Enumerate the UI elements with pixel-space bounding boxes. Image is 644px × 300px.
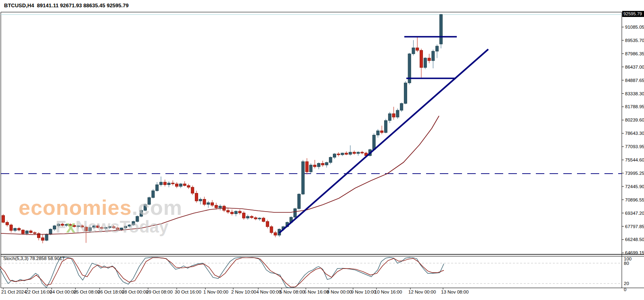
horizontal-level-lines[interactable]	[1, 15, 622, 174]
candle	[163, 180, 166, 187]
candle	[349, 145, 352, 155]
y-axis-label: 75544.60	[625, 157, 644, 162]
stoch-level-label: 80	[624, 261, 629, 266]
candle	[321, 161, 324, 167]
candle	[136, 216, 139, 222]
stochastic-panel[interactable]: 10080200	[0, 256, 631, 292]
candle	[250, 215, 253, 219]
drawn-objects-layer[interactable]	[279, 37, 488, 233]
candle	[211, 200, 214, 207]
candle	[424, 57, 427, 69]
stochastic-signal-line	[0, 258, 444, 287]
candle	[333, 153, 336, 159]
candle	[385, 119, 387, 133]
x-axis-label: 24 Oct 00:00	[50, 290, 76, 294]
candle	[404, 81, 407, 104]
candle	[191, 186, 194, 195]
candle	[179, 183, 182, 188]
candle	[388, 112, 391, 123]
chart-window: BTCUSD,H4 89141.11 92671.93 88635.45 925…	[0, 0, 644, 300]
candle	[45, 233, 48, 241]
candle	[10, 224, 13, 233]
y-axis-label: 84887.65	[625, 78, 644, 83]
candle	[345, 151, 348, 155]
x-axis-label: 13 Nov 08:00	[441, 290, 468, 294]
y-axis-label: 67797.85	[625, 224, 644, 229]
candle	[317, 162, 320, 169]
ascending-trendline[interactable]	[279, 49, 488, 233]
y-axis-label: 73995.25	[625, 171, 644, 176]
candle	[298, 193, 301, 210]
y-axis-label: 80239.60	[625, 117, 644, 122]
x-axis-label: 10 Nov 16:00	[374, 290, 402, 294]
candle	[152, 189, 155, 198]
candle	[392, 107, 395, 120]
candle	[439, 14, 442, 48]
x-axis-label: 9 Nov 10:00	[351, 290, 376, 294]
x-axis-label: 2 Nov 10:00	[231, 290, 256, 294]
x-axis-label: 22 Oct 16:00	[25, 290, 52, 294]
x-axis-label: 26 Oct 18:00	[98, 290, 124, 294]
candle	[100, 226, 103, 229]
y-axis-label: 83338.30	[625, 91, 644, 96]
candle	[262, 217, 265, 222]
candle	[337, 152, 340, 157]
x-axis-label: 5 Nov 08:00	[280, 290, 305, 294]
stoch-level-label: 0	[624, 287, 626, 292]
candle	[274, 231, 277, 237]
y-axis-label: 86437.00	[625, 65, 644, 69]
candle	[270, 225, 273, 234]
candle	[432, 50, 435, 69]
price-chart-canvas[interactable]: 10080200 91085.0589535.7087986.3586437.0…	[0, 0, 644, 300]
x-axis-label: 29 Oct 08:00	[146, 290, 173, 294]
candle	[396, 109, 399, 119]
candle	[41, 234, 44, 243]
candle	[246, 215, 249, 220]
candle	[176, 182, 178, 188]
candlesticks-layer	[2, 14, 443, 243]
candle	[89, 227, 92, 233]
current-price-box: 92595.79	[622, 11, 644, 17]
candle	[408, 53, 411, 84]
y-axis-label: 78643.30	[625, 131, 644, 136]
price-axis[interactable]: 91085.0589535.7087986.3586437.0084887.65…	[622, 25, 644, 255]
y-axis-label: 87986.35	[625, 51, 644, 56]
candle	[254, 216, 257, 220]
candle	[61, 223, 64, 227]
candle	[167, 181, 170, 187]
candle	[436, 44, 439, 58]
candle	[18, 227, 21, 231]
candle	[341, 153, 344, 156]
candle	[219, 204, 222, 210]
x-axis-label: 12 Nov 00:00	[408, 290, 436, 294]
candle	[243, 211, 245, 220]
stochastic-indicator-label: Stoch(5,3,3) 78.2858 58.9017	[3, 256, 65, 261]
x-axis-label: 1 Nov 00:00	[203, 290, 228, 294]
candle	[92, 225, 95, 229]
candle	[6, 220, 8, 227]
moving-average-line[interactable]	[1, 116, 439, 235]
candle	[2, 214, 5, 223]
candle	[314, 160, 316, 168]
y-axis-label: 89535.70	[625, 38, 644, 43]
candle	[144, 203, 146, 211]
candle	[37, 232, 40, 240]
y-axis-label: 72445.90	[625, 184, 644, 189]
y-axis-label: 64699.15	[625, 250, 644, 255]
candle	[124, 226, 127, 229]
x-axis-label: 4 Nov 00:00	[256, 290, 281, 294]
candle	[187, 184, 190, 189]
y-axis-label: 66248.50	[625, 237, 644, 242]
candle	[132, 220, 135, 226]
candle	[230, 210, 233, 216]
candle	[77, 225, 79, 228]
candle	[156, 182, 159, 191]
candle	[381, 126, 383, 134]
x-axis-label: 6 Nov 16:00	[304, 290, 329, 294]
time-axis[interactable]: 21 Oct 202422 Oct 16:0024 Oct 00:0025 Oc…	[1, 288, 468, 294]
candle	[412, 40, 415, 55]
candle	[57, 223, 60, 228]
candle	[85, 226, 88, 243]
candle	[73, 224, 75, 227]
candle	[400, 103, 403, 112]
